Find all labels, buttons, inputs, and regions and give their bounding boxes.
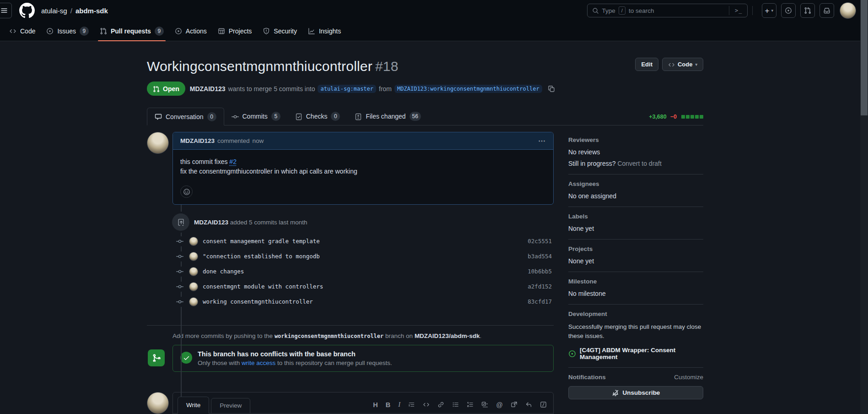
code-icon[interactable]	[423, 401, 430, 408]
write-access-link[interactable]: write access	[242, 360, 275, 366]
commit-sha-link[interactable]: 02c5551	[528, 238, 552, 245]
reviewers-empty-text: No reviews	[568, 148, 703, 156]
nav-tab-projects[interactable]: Projects	[212, 21, 258, 41]
nav-tab-security[interactable]: Security	[257, 21, 302, 41]
pr-author-link[interactable]: MDZAID123	[190, 85, 226, 93]
commit-row: consentmgnt module with controllers a2fd…	[147, 279, 554, 294]
saved-replies-icon[interactable]	[540, 401, 547, 408]
comment-timestamp-link[interactable]: now	[253, 137, 264, 144]
pr-number: #18	[375, 59, 399, 74]
breadcrumb-owner-link[interactable]: atulai-sg	[41, 7, 67, 15]
commit-author-avatar[interactable]	[189, 237, 198, 246]
sidebar-section-notifications: Notifications Customize Unsubscribe	[568, 368, 703, 406]
git-pull-request-icon	[804, 7, 811, 14]
issue-reference-link[interactable]: #2	[229, 158, 237, 165]
comment-author-avatar[interactable]	[147, 132, 169, 154]
mention-icon[interactable]: @	[496, 401, 503, 409]
task-list-icon[interactable]	[481, 401, 488, 408]
sidebar-section-reviewers[interactable]: Reviewers No reviews Still in progress? …	[568, 136, 703, 174]
commits-author-link[interactable]: MDZAID123	[194, 219, 228, 226]
commit-message-link[interactable]: consent management gradle template	[203, 238, 320, 245]
head-branch-chip[interactable]: MDZAID123:workingconsentmgnmnthiucontrol…	[394, 85, 542, 93]
tab-commits[interactable]: Commits 5	[224, 108, 288, 125]
quote-icon[interactable]	[408, 401, 415, 408]
heading-icon[interactable]: H	[373, 401, 377, 409]
github-logo-icon[interactable]	[19, 3, 35, 18]
unordered-list-icon[interactable]	[452, 401, 459, 408]
nav-tab-issues[interactable]: Issues 9	[41, 21, 94, 41]
user-avatar[interactable]	[840, 2, 856, 19]
nav-tab-pull-requests[interactable]: Pull requests 9	[94, 21, 169, 41]
current-user-avatar[interactable]	[147, 392, 169, 414]
tab-preview[interactable]: Preview	[211, 398, 250, 414]
commit-sha-link[interactable]: a2fd152	[528, 283, 552, 290]
commits-event-block: MDZAID123 added 5 commits last month con…	[147, 213, 554, 309]
commit-sha-link[interactable]: b3ad554	[528, 253, 552, 260]
scrollbar-thumb[interactable]	[861, 0, 868, 115]
sidebar-section-milestone[interactable]: Milestone No milestone	[568, 272, 703, 305]
diffstat: +3,680 −0	[649, 114, 703, 120]
sidebar-section-assignees[interactable]: Assignees No one assigned	[568, 174, 703, 207]
edit-button[interactable]: Edit	[635, 58, 658, 71]
plus-icon: +	[765, 7, 770, 15]
composer-box: Write Preview H B I @	[173, 392, 554, 414]
assignees-empty-text: No one assigned	[568, 192, 703, 200]
files-changed-count-badge: 56	[410, 112, 421, 121]
tab-files-changed[interactable]: Files changed 56	[347, 108, 428, 125]
breadcrumb-repo-link[interactable]: abdm-sdk	[75, 7, 108, 15]
nav-tab-actions[interactable]: Actions	[169, 21, 212, 41]
commit-author-avatar[interactable]	[189, 267, 198, 276]
commits-count-badge: 5	[271, 112, 280, 121]
sidebar-section-labels[interactable]: Labels None yet	[568, 207, 703, 240]
commit-author-avatar[interactable]	[189, 252, 198, 261]
commit-message-link[interactable]: done changes	[203, 268, 244, 275]
customize-link[interactable]: Customize	[674, 374, 703, 381]
linked-issue-link[interactable]: [C4GT] ABDM Wrapper: Consent Management	[580, 347, 703, 360]
merge-status-box: This branch has no conflicts with the ba…	[173, 345, 554, 372]
comment-author-link[interactable]: MDZAID123	[180, 137, 215, 144]
global-search-input[interactable]: Type / to search >_	[587, 4, 748, 17]
commit-message-link[interactable]: consentmgnt module with controllers	[203, 283, 323, 290]
italic-icon[interactable]: I	[398, 401, 400, 409]
timeline-divider	[147, 325, 554, 326]
reply-icon[interactable]	[525, 401, 532, 408]
command-palette-icon[interactable]: >_	[729, 6, 744, 15]
commit-author-avatar[interactable]	[189, 282, 198, 291]
cross-reference-icon[interactable]	[511, 401, 518, 408]
nav-tab-insights[interactable]: Insights	[302, 21, 346, 41]
commit-row: done changes 10b6bb5	[147, 264, 554, 279]
pull-requests-count-badge: 9	[155, 27, 164, 36]
issue-opened-icon	[568, 350, 576, 358]
your-pull-requests-button[interactable]	[800, 3, 815, 18]
convert-to-draft-link[interactable]: Convert to draft	[617, 160, 662, 167]
tab-write[interactable]: Write	[178, 397, 209, 414]
nav-tab-code[interactable]: Code	[4, 21, 41, 41]
link-icon[interactable]	[437, 401, 444, 408]
git-commit-icon	[176, 297, 183, 307]
tab-conversation[interactable]: Conversation 0	[147, 108, 224, 125]
add-reaction-button[interactable]	[180, 185, 193, 198]
commit-sha-link[interactable]: 83cfd17	[528, 298, 552, 305]
create-new-button[interactable]: + ▾	[762, 3, 776, 18]
page-scrollbar[interactable]	[860, 0, 868, 414]
milestone-empty-text: No milestone	[568, 290, 703, 297]
commit-message-link[interactable]: working consentmgnthiucontroller	[203, 298, 313, 305]
ordered-list-icon[interactable]	[467, 401, 474, 408]
commit-author-avatar[interactable]	[189, 297, 198, 306]
copy-branch-icon[interactable]	[548, 85, 555, 93]
unsubscribe-button[interactable]: Unsubscribe	[568, 386, 703, 399]
hamburger-menu-button[interactable]	[0, 3, 12, 18]
kebab-menu-icon[interactable]: ⋯	[538, 136, 546, 145]
commit-message-link[interactable]: "connection established to mongodb	[203, 253, 320, 260]
labels-empty-text: None yet	[568, 225, 703, 232]
your-issues-button[interactable]	[781, 3, 796, 18]
base-branch-chip[interactable]: atulai-sg:master	[318, 85, 376, 93]
commit-sha-link[interactable]: 10b6bb5	[528, 268, 552, 275]
sidebar-section-projects[interactable]: Projects None yet	[568, 240, 703, 272]
bold-icon[interactable]: B	[386, 401, 390, 409]
code-dropdown-button[interactable]: Code ▾	[662, 58, 703, 71]
tab-checks[interactable]: Checks 0	[288, 108, 348, 125]
projects-empty-text: None yet	[568, 257, 703, 265]
merge-status-title: This branch has no conflicts with the ba…	[198, 350, 392, 358]
inbox-button[interactable]	[819, 3, 834, 18]
